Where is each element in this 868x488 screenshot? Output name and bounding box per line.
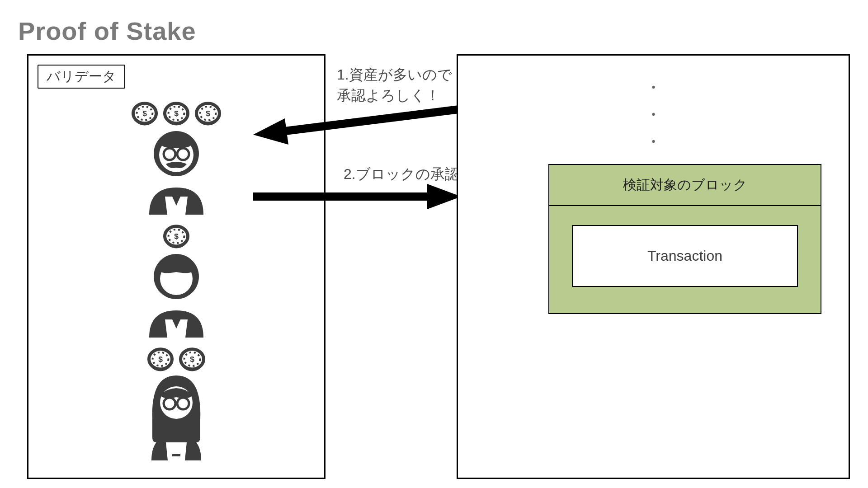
coin-icon: $	[195, 101, 221, 127]
block-to-verify: 検証対象のブロック Transaction	[548, 164, 821, 314]
person-mustache-icon	[138, 124, 215, 215]
transaction-box: Transaction	[572, 225, 798, 287]
validator-item: $	[138, 224, 215, 338]
coin-icon: $	[132, 101, 158, 127]
text: 承認よろしく！	[337, 87, 440, 103]
arrow-left-icon	[253, 104, 461, 140]
svg-text:$: $	[142, 109, 147, 118]
page-title: Proof of Stake	[18, 16, 196, 46]
person-woman-icon	[138, 370, 215, 460]
text: 1.資産が多いので	[337, 66, 452, 83]
svg-text:$: $	[174, 232, 179, 241]
validator-item: $ $	[138, 347, 215, 460]
coin-icon: $	[179, 347, 205, 373]
person-man-icon	[138, 247, 215, 338]
arrow-right-icon	[253, 183, 461, 210]
block-title: 検証対象のブロック	[549, 165, 821, 206]
svg-rect-31	[172, 454, 180, 456]
coin-icon: $	[163, 101, 189, 127]
svg-text:$: $	[174, 109, 179, 118]
coin-icon: $	[163, 224, 189, 250]
validator-item: $ $ $	[132, 101, 221, 215]
arrow-approve-label: 2.ブロックの承認	[344, 164, 459, 184]
coin-icon: $	[147, 347, 174, 373]
svg-text:$: $	[206, 109, 210, 118]
svg-marker-39	[427, 184, 461, 209]
svg-text:$: $	[158, 355, 163, 364]
svg-line-36	[278, 109, 459, 132]
arrow-request-label: 1.資産が多いので 承認よろしく！	[337, 64, 452, 106]
blockchain-panel: ・・・ 検証対象のブロック Transaction	[457, 54, 850, 479]
svg-text:$: $	[190, 355, 194, 364]
validators-list: $ $ $	[28, 101, 324, 460]
validators-label: バリデータ	[38, 65, 125, 89]
ellipsis-icon: ・・・	[458, 74, 849, 155]
